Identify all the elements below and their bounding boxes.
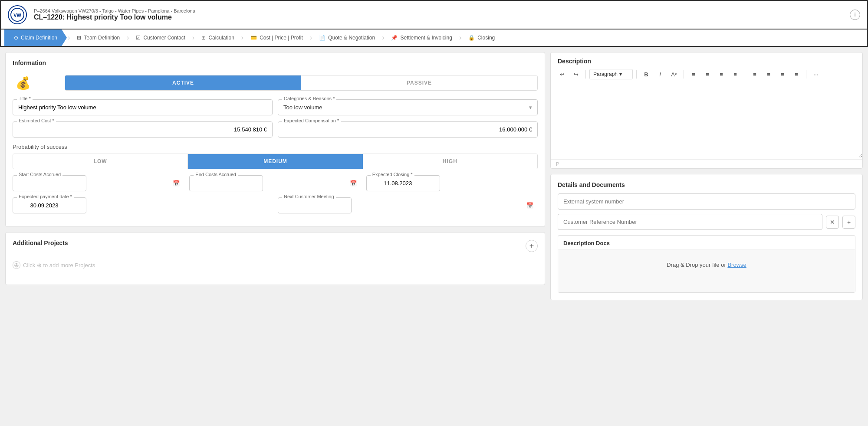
- plus-circle-icon: ⊕: [13, 261, 20, 269]
- tab-closing[interactable]: 🔒 Closing: [462, 29, 501, 46]
- expected-payment-input[interactable]: [13, 197, 86, 213]
- categories-value: Too low volume: [283, 104, 322, 111]
- tab-cost-price-profit-label: Cost | Price | Profit: [260, 35, 303, 41]
- next-meeting-input[interactable]: [278, 197, 352, 213]
- start-costs-wrapper: Start Costs Accrued 📅: [13, 175, 184, 191]
- indent-less-button[interactable]: ≡: [776, 68, 789, 80]
- numbered-list-button[interactable]: ≡: [763, 68, 775, 80]
- left-panel: Information 💰 ACTIVE PASSIVE Title * Cat…: [5, 52, 545, 300]
- svg-text:VW: VW: [13, 13, 21, 18]
- probability-section: Probability of success LOW MEDIUM HIGH: [13, 144, 538, 169]
- calendar-icon-meeting[interactable]: 📅: [526, 202, 533, 209]
- estimated-cost-field: Estimated Cost *: [13, 121, 273, 138]
- description-editor[interactable]: [551, 84, 862, 158]
- tab-settlement-invoicing[interactable]: 📌 Settlement & Invoicing: [385, 29, 458, 46]
- header-title-area: P–2664 Volkswagen VW270/3 - Taigo - Wate…: [34, 8, 843, 21]
- nav-arrow-5: ›: [310, 34, 312, 42]
- right-panel: Description ↩ ↪ Paragraph ▾ B I A▾ ≡ ≡ ≡: [550, 52, 863, 300]
- details-documents-title: Details and Documents: [558, 181, 855, 188]
- end-costs-input[interactable]: [189, 175, 263, 191]
- toolbar-divider-2: [636, 70, 637, 79]
- estimated-cost-input[interactable]: [13, 121, 273, 138]
- next-meeting-wrapper: Next Customer Meeting 📅: [278, 197, 538, 213]
- nav-arrow-4: ›: [241, 34, 243, 42]
- clear-reference-button[interactable]: ✕: [826, 216, 839, 229]
- browse-link[interactable]: Browse: [727, 262, 746, 268]
- additional-projects-card: Additional Projects + ⊕ Click ⊕ to add m…: [5, 232, 545, 285]
- expected-closing-field: Expected Closing *: [366, 175, 538, 191]
- external-system-input[interactable]: [558, 193, 855, 210]
- highlight-button[interactable]: A▾: [668, 68, 680, 80]
- probability-medium-btn[interactable]: MEDIUM: [188, 154, 362, 169]
- customer-contact-icon: ☑: [136, 35, 141, 41]
- justify-button[interactable]: ≡: [729, 68, 741, 80]
- chevron-down-icon: ▾: [529, 104, 532, 111]
- top-header: VW P–2664 Volkswagen VW270/3 - Taigo - W…: [0, 0, 868, 29]
- tab-claim-definition[interactable]: ⊙ Claim Definition: [4, 29, 67, 46]
- probability-high-btn[interactable]: HIGH: [363, 154, 537, 169]
- calendar-icon-start[interactable]: 📅: [173, 180, 180, 187]
- drop-zone[interactable]: Drag & Drop your file or Browse: [558, 249, 855, 292]
- start-costs-input[interactable]: [13, 175, 86, 191]
- customer-reference-input[interactable]: [558, 214, 822, 230]
- nav-arrow-1: ›: [68, 34, 70, 42]
- categories-select[interactable]: Too low volume ▾: [278, 99, 538, 115]
- active-toggle-btn[interactable]: ACTIVE: [65, 75, 301, 90]
- probability-low-btn[interactable]: LOW: [13, 154, 188, 169]
- tab-customer-contact[interactable]: ☑ Customer Contact: [130, 29, 191, 46]
- tab-cost-price-profit[interactable]: 💳 Cost | Price | Profit: [244, 29, 309, 46]
- expected-payment-field: Expected payment date *: [13, 197, 273, 213]
- cost-price-profit-icon: 💳: [250, 35, 257, 41]
- bullet-list-button[interactable]: ≡: [749, 68, 761, 80]
- add-project-button[interactable]: +: [526, 240, 538, 252]
- nav-tabs: ⊙ Claim Definition › ⊞ Team Definition ›…: [0, 29, 868, 47]
- align-left-button[interactable]: ≡: [687, 68, 700, 80]
- more-options-button[interactable]: ···: [810, 68, 822, 80]
- undo-button[interactable]: ↩: [556, 68, 568, 80]
- paragraph-select-label: Paragraph: [593, 71, 618, 77]
- claim-definition-icon: ⊙: [14, 35, 18, 41]
- add-reference-button[interactable]: +: [842, 216, 855, 229]
- expected-closing-input[interactable]: [366, 175, 440, 191]
- estimated-cost-label: Estimated Cost *: [17, 118, 56, 123]
- align-right-button[interactable]: ≡: [715, 68, 727, 80]
- avatar: 💰: [13, 72, 33, 93]
- expected-payment-label: Expected payment date *: [17, 194, 74, 199]
- tab-quote-negotiation[interactable]: 📄 Quote & Negotiation: [313, 29, 381, 46]
- indent-more-button[interactable]: ≡: [790, 68, 802, 80]
- italic-button[interactable]: I: [654, 68, 666, 80]
- description-title: Description: [551, 52, 862, 65]
- quote-negotiation-icon: 📄: [319, 35, 326, 41]
- expected-closing-wrapper: Expected Closing *: [366, 175, 538, 191]
- info-icon[interactable]: i: [850, 10, 860, 20]
- nav-arrow-2: ›: [127, 34, 129, 42]
- align-center-button[interactable]: ≡: [701, 68, 713, 80]
- redo-button[interactable]: ↪: [570, 68, 582, 80]
- calendar-icon-end[interactable]: 📅: [350, 180, 357, 187]
- tab-customer-contact-label: Customer Contact: [143, 35, 185, 41]
- title-field: Title *: [13, 99, 273, 115]
- passive-toggle-btn[interactable]: PASSIVE: [301, 75, 537, 90]
- cost-compensation-row: Estimated Cost * Expected Compensation *: [13, 121, 538, 138]
- external-system-row: [558, 193, 855, 210]
- end-costs-label: End Costs Accrued: [194, 172, 238, 177]
- paragraph-select[interactable]: Paragraph ▾: [589, 69, 633, 79]
- customer-reference-row: ✕ +: [558, 214, 855, 230]
- expected-compensation-label: Expected Compensation *: [282, 118, 341, 123]
- expected-compensation-input[interactable]: [278, 121, 538, 138]
- bold-button[interactable]: B: [640, 68, 652, 80]
- paragraph-chevron-icon: ▾: [619, 71, 622, 77]
- nav-arrow-7: ›: [459, 34, 461, 42]
- tab-claim-definition-label: Claim Definition: [21, 35, 57, 41]
- title-input[interactable]: [13, 99, 273, 115]
- description-card: Description ↩ ↪ Paragraph ▾ B I A▾ ≡ ≡ ≡: [550, 52, 863, 169]
- tab-team-definition[interactable]: ⊞ Team Definition: [71, 29, 126, 46]
- add-projects-hint: ⊕ Click ⊕ to add more Projects: [13, 252, 538, 278]
- tab-calculation[interactable]: ⊞ Calculation: [195, 29, 240, 46]
- vw-logo: VW: [8, 5, 27, 24]
- start-costs-label: Start Costs Accrued: [17, 172, 62, 177]
- dates-row-2: Expected payment date * Next Customer Me…: [13, 197, 538, 213]
- information-card: Information 💰 ACTIVE PASSIVE Title * Cat…: [5, 52, 545, 227]
- closing-icon: 🔒: [468, 35, 475, 41]
- calculation-icon: ⊞: [201, 35, 206, 41]
